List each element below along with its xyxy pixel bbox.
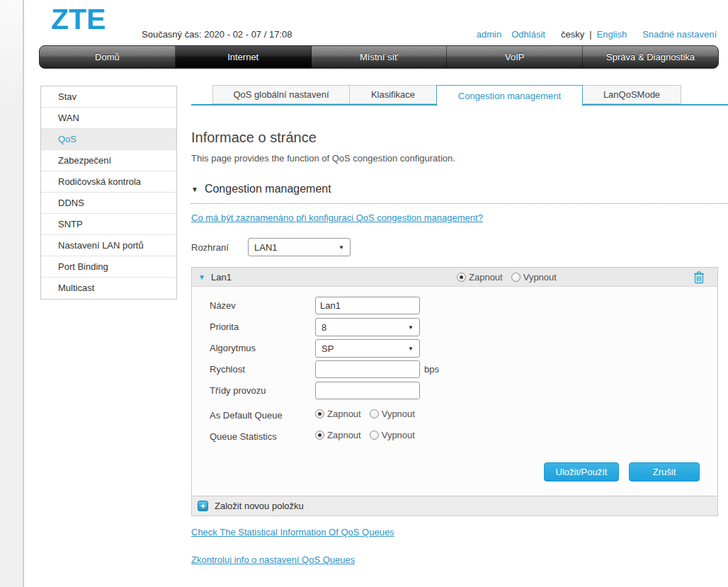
queue-statistics-label: Queue Statistics — [210, 431, 277, 442]
delete-queue-button[interactable] — [693, 270, 705, 287]
sidebar-item-qos[interactable]: QoS — [41, 129, 176, 150]
save-apply-button[interactable]: Uložit/Použít — [544, 462, 619, 481]
default-queue-on-radio[interactable] — [315, 409, 324, 418]
traffic-classes-label: Třídy provozu — [210, 385, 266, 396]
tab-congestion-management[interactable]: Congestion management — [436, 85, 583, 106]
nav-item-voip[interactable]: VoIP — [447, 46, 583, 68]
add-new-item-label: Založit novou položku — [215, 501, 304, 511]
interface-select-value: LAN1 — [254, 242, 278, 253]
sidebar-item-sntp[interactable]: SNTP — [41, 214, 176, 235]
current-time: Současný čas: 2020 - 02 - 07 / 17:08 — [142, 29, 292, 40]
queue-enable-on-radio[interactable] — [457, 273, 466, 282]
queue-statistics-radios: Zapnout Vypnout — [315, 430, 423, 440]
browser-gutter — [0, 0, 24, 587]
sidebar-item-wan[interactable]: WAN — [41, 108, 176, 129]
nav-item-internet[interactable]: Internet — [176, 46, 312, 68]
sidebar-item-lan-porty[interactable]: Nastavení LAN portů — [41, 235, 176, 256]
dropdown-arrow-icon: ▼ — [408, 346, 414, 352]
sidebar: Stav WAN QoS Zabezpečení Rodičovská kont… — [40, 86, 177, 300]
sidebar-item-stav[interactable]: Stav — [41, 86, 176, 108]
interface-select[interactable]: LAN1 ▼ — [248, 238, 351, 256]
sidebar-item-ddns[interactable]: DDNS — [41, 193, 176, 214]
queue-enable-on-label: Zapnout — [469, 272, 503, 283]
collapse-triangle-icon[interactable]: ▼ — [198, 273, 205, 281]
page-description: This page provides the function of QoS c… — [191, 153, 455, 164]
language-current[interactable]: česky — [561, 29, 584, 40]
language-english-link[interactable]: English — [597, 29, 627, 40]
section-divider — [191, 203, 728, 204]
cancel-button[interactable]: Zrušit — [629, 462, 700, 481]
queue-group-header: ▼ Lan1 Zapnout Vypnout — [192, 268, 717, 286]
trash-icon — [693, 270, 705, 284]
logout-link[interactable]: Odhlásit — [511, 29, 545, 40]
default-queue-on-label: Zapnout — [327, 409, 361, 419]
easy-setup-link[interactable]: Snadné nastavení — [642, 29, 717, 40]
language-separator: | — [589, 29, 591, 40]
traffic-classes-input[interactable] — [315, 382, 420, 399]
priority-select-value: 8 — [322, 322, 326, 333]
dropdown-arrow-icon: ▼ — [339, 244, 344, 251]
section-header[interactable]: ▼ Congestion management — [191, 183, 331, 195]
default-queue-off-radio[interactable] — [370, 409, 379, 418]
zte-logo: ZTE — [51, 3, 106, 36]
sub-tabs: QoS globální nastavení Klasifikace Conge… — [212, 85, 681, 106]
sidebar-item-rodicovska-kontrola[interactable]: Rodičovská kontrola — [41, 171, 176, 193]
qos-statistics-link-en[interactable]: Check The Statistical Information Of QoS… — [191, 527, 394, 537]
name-label: Název — [210, 300, 236, 311]
add-icon: + — [198, 501, 208, 511]
sidebar-item-multicast[interactable]: Multicast — [41, 278, 176, 299]
queue-enable-off-label: Vypnout — [523, 272, 557, 283]
nav-item-local-network[interactable]: Místní síť — [312, 46, 448, 68]
rate-input[interactable] — [315, 360, 420, 378]
interface-label: Rozhraní — [191, 242, 229, 253]
congestion-help-link[interactable]: Co má být zaznamenáno při konfiguraci Qo… — [191, 212, 483, 223]
tab-klasifikace[interactable]: Klasifikace — [349, 85, 437, 104]
queue-group: ▼ Lan1 Zapnout Vypnout Název Priorita 8 … — [191, 267, 718, 516]
queue-enable-radios: Zapnout Vypnout — [457, 272, 565, 283]
header-links: admin Odhlásit česky | English Snadné na… — [477, 29, 717, 40]
rate-label: Rychlost — [210, 364, 245, 375]
name-input[interactable] — [315, 297, 420, 314]
main-nav: Domů Internet Místní síť VoIP Správa & D… — [39, 45, 719, 69]
queue-statistics-off-radio[interactable] — [370, 431, 379, 440]
priority-label: Priorita — [210, 321, 239, 332]
dropdown-arrow-icon: ▼ — [408, 324, 414, 331]
queue-statistics-on-label: Zapnout — [327, 430, 361, 440]
algorithm-label: Algorytmus — [210, 343, 256, 353]
algorithm-select[interactable]: SP ▼ — [315, 339, 420, 358]
priority-select[interactable]: 8 ▼ — [315, 318, 420, 336]
chevron-down-icon: ▼ — [191, 186, 198, 193]
queue-statistics-off-label: Vypnout — [382, 430, 415, 440]
tab-lanqosmode[interactable]: LanQoSMode — [582, 85, 681, 104]
nav-item-home[interactable]: Domů — [40, 46, 176, 68]
default-queue-label: As Default Queue — [210, 410, 283, 421]
add-new-item-row[interactable]: + Založit novou položku — [192, 496, 717, 515]
queue-form: Název Priorita 8 ▼ Algorytmus SP ▼ Rychl… — [192, 286, 717, 496]
qos-statistics-link-cs[interactable]: Zkontroluj info o nastavení QoS Queues — [191, 554, 355, 565]
sidebar-item-zabezpeceni[interactable]: Zabezpečení — [41, 150, 176, 171]
default-queue-radios: Zapnout Vypnout — [315, 409, 423, 419]
algorithm-select-value: SP — [322, 343, 334, 354]
user-link[interactable]: admin — [477, 29, 501, 40]
page-title: Informace o stránce — [191, 130, 317, 146]
tab-qos-global[interactable]: QoS globální nastavení — [212, 85, 350, 104]
rate-unit: bps — [424, 364, 439, 375]
default-queue-off-label: Vypnout — [382, 409, 415, 419]
sidebar-item-port-binding[interactable]: Port Binding — [41, 256, 176, 278]
queue-title: Lan1 — [211, 272, 232, 283]
queue-statistics-on-radio[interactable] — [315, 431, 324, 440]
nav-item-management-diagnostics[interactable]: Správa & Diagnostika — [583, 46, 718, 68]
queue-enable-off-radio[interactable] — [511, 273, 521, 282]
section-title: Congestion management — [205, 183, 331, 195]
